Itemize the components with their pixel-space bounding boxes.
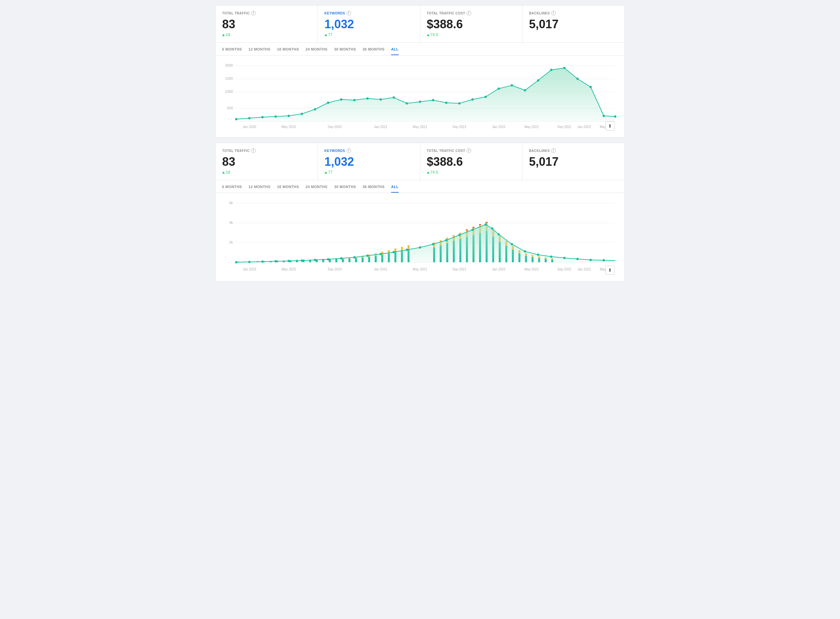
section2-chart-wrapper: 6k 4k 2k xyxy=(222,198,618,278)
chart1-dot xyxy=(275,115,277,118)
chart1-dot xyxy=(471,99,474,101)
tab-12m-2[interactable]: 12 MONTHS xyxy=(248,185,270,193)
arrow-up-icon-1 xyxy=(222,34,225,36)
svg-text:Sep 2020: Sep 2020 xyxy=(328,268,342,271)
svg-text:Jan 2022: Jan 2022 xyxy=(492,125,506,129)
metric-label-tc-2: TOTAL TRAFFIC COST i xyxy=(427,148,516,153)
export-button-1[interactable]: ⬆ xyxy=(606,121,615,131)
svg-text:Sep 2020: Sep 2020 xyxy=(328,125,342,129)
info-icon-tc-2[interactable]: i xyxy=(467,148,471,153)
chart1-area xyxy=(236,68,615,121)
chart2-dot xyxy=(419,247,421,249)
tab-30m-2[interactable]: 30 MONTHS xyxy=(334,185,356,193)
bar-red xyxy=(479,224,481,225)
section1-card: TOTAL TRAFFIC i 83 18 KEYWORDS i 1,032 7… xyxy=(215,5,625,138)
chart2-dot xyxy=(458,234,461,236)
tab-24m-1[interactable]: 24 MONTHS xyxy=(306,47,327,55)
metric-change-kw-2: 77 xyxy=(325,170,413,175)
tab-6m-1[interactable]: 6 MONTHS xyxy=(222,47,242,55)
section2-time-filter: 6 MONTHS 12 MONTHS 18 MONTHS 24 MONTHS 3… xyxy=(216,180,624,193)
tab-all-2[interactable]: ALL xyxy=(391,185,399,193)
svg-text:Jan 2023: Jan 2023 xyxy=(577,125,591,129)
info-icon-tc-1[interactable]: i xyxy=(467,11,471,15)
chart2-dot xyxy=(432,243,434,245)
chart1-dot xyxy=(524,89,526,91)
chart1-dot xyxy=(235,118,237,120)
chart2-dot xyxy=(354,256,356,259)
chart1-dot xyxy=(261,116,264,118)
metric-value-tc-1: $388.6 xyxy=(427,17,516,31)
svg-text:Sep 2021: Sep 2021 xyxy=(452,125,467,129)
chart2-area xyxy=(236,224,615,262)
chart2-dot xyxy=(406,249,408,251)
metric-label-kw-1: KEYWORDS i xyxy=(325,11,413,15)
svg-text:May 2020: May 2020 xyxy=(282,268,296,271)
chart1-dot xyxy=(248,117,251,120)
chart1-dot xyxy=(550,69,552,71)
metric-value-bl-2: 5,017 xyxy=(529,155,618,169)
metric-label-bl-2: BACKLINKS i xyxy=(529,148,618,153)
info-icon-bl-2[interactable]: i xyxy=(551,148,556,153)
metric-keywords-1: KEYWORDS i 1,032 77 xyxy=(318,6,420,42)
chart2-dot xyxy=(340,257,343,260)
bar-red xyxy=(466,229,468,230)
chart2-dot xyxy=(288,260,290,262)
info-icon-tt-2[interactable]: i xyxy=(251,148,256,153)
svg-text:Sep 2022: Sep 2022 xyxy=(558,268,571,271)
svg-text:Jan 2020: Jan 2020 xyxy=(242,125,256,129)
tab-18m-2[interactable]: 18 MONTHS xyxy=(277,185,299,193)
chart2-dot xyxy=(603,259,605,262)
svg-text:Sep 2021: Sep 2021 xyxy=(452,268,467,271)
metric-value-kw-1: 1,032 xyxy=(325,17,413,31)
chart1-dot xyxy=(432,99,434,102)
info-icon-kw-2[interactable]: i xyxy=(346,148,351,153)
svg-text:May 2021: May 2021 xyxy=(413,125,427,129)
metric-change-1: 18 xyxy=(222,33,311,37)
chart1-dot xyxy=(419,101,421,103)
chart2-dot xyxy=(576,258,579,260)
section2-chart-container: 6k 4k 2k xyxy=(216,193,624,281)
tab-18m-1[interactable]: 18 MONTHS xyxy=(277,47,299,55)
metric-total-traffic-1: TOTAL TRAFFIC i 83 18 xyxy=(216,6,318,42)
arrow-up-icon-kw-2 xyxy=(325,171,327,173)
chart2-dot xyxy=(485,224,487,226)
arrow-up-icon-kw-1 xyxy=(325,34,327,36)
chart2-dot xyxy=(248,261,251,263)
info-icon-bl-1[interactable]: i xyxy=(551,11,556,15)
svg-text:Jan 2021: Jan 2021 xyxy=(374,268,388,271)
bar-yellow xyxy=(401,247,403,251)
svg-text:May 2022: May 2022 xyxy=(524,268,539,271)
chart1-dot xyxy=(458,102,461,105)
tab-30m-1[interactable]: 30 MONTHS xyxy=(334,47,356,55)
svg-text:1500: 1500 xyxy=(225,76,233,81)
chart1-dot xyxy=(563,67,566,69)
tab-6m-2[interactable]: 6 MONTHS xyxy=(222,185,242,193)
tab-36m-1[interactable]: 36 MONTHS xyxy=(363,47,385,55)
tab-all-1[interactable]: ALL xyxy=(391,47,399,55)
metric-label-bl-1: BACKLINKS i xyxy=(529,11,618,15)
chart2-dot xyxy=(445,239,448,242)
metric-label-tt-2: TOTAL TRAFFIC i xyxy=(222,148,311,153)
chart1-dot xyxy=(537,79,539,82)
chart2-dot xyxy=(491,227,494,230)
svg-text:2000: 2000 xyxy=(225,63,233,67)
chart1-dot xyxy=(576,78,579,80)
info-icon-1[interactable]: i xyxy=(251,11,256,15)
tab-12m-1[interactable]: 12 MONTHS xyxy=(248,47,270,55)
chart2-dot xyxy=(275,260,277,263)
chart2-dot xyxy=(327,258,330,260)
svg-text:Jan 2021: Jan 2021 xyxy=(374,125,388,129)
svg-text:500: 500 xyxy=(227,106,233,110)
svg-text:May 2020: May 2020 xyxy=(282,125,296,129)
tab-36m-2[interactable]: 36 MONTHS xyxy=(363,185,385,193)
metric-change-tt-2: 18 xyxy=(222,170,311,175)
chart1-dot xyxy=(511,84,513,87)
export-button-2[interactable]: ⬆ xyxy=(606,266,615,275)
metric-label-1: TOTAL TRAFFIC i xyxy=(222,11,311,15)
info-icon-kw-1[interactable]: i xyxy=(346,11,351,15)
tab-24m-2[interactable]: 24 MONTHS xyxy=(306,185,327,193)
section2-metrics: TOTAL TRAFFIC i 83 18 KEYWORDS i 1,032 7… xyxy=(216,143,624,180)
svg-text:Jan 2020: Jan 2020 xyxy=(242,268,256,271)
chart2-dot xyxy=(367,255,369,257)
metric-value-tt-2: 83 xyxy=(222,155,311,169)
